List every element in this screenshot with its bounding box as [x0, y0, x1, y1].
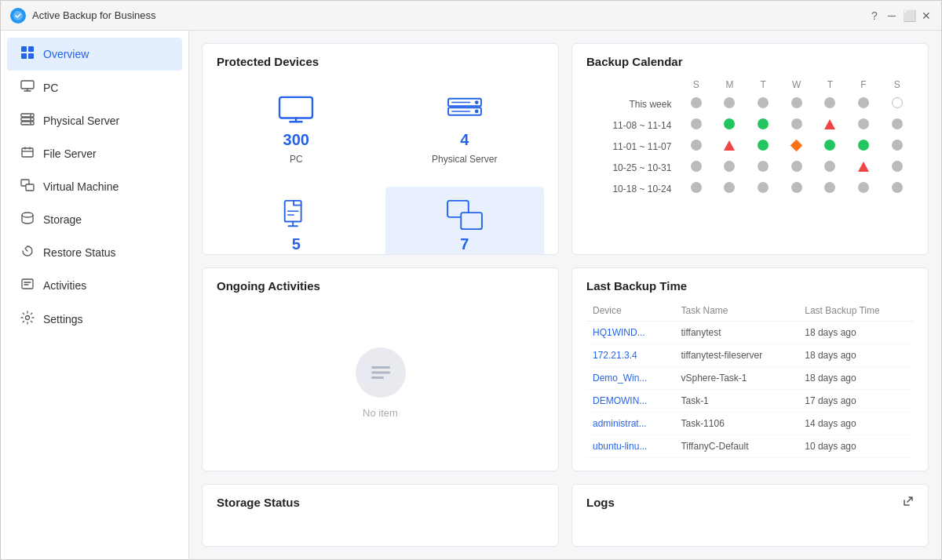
- calendar-table: S M T W T F S This week: [586, 76, 914, 199]
- cal-day-s1: S: [679, 76, 713, 93]
- task-cell: tiffanytest: [674, 322, 798, 344]
- calendar-row-1108: 11-08 ~ 11-14: [586, 115, 914, 136]
- no-item-icon: [356, 347, 406, 398]
- physical-server-count: 4: [460, 131, 469, 149]
- table-row: Demo_Win... vSphere-Task-1 18 days ago: [586, 367, 914, 390]
- svg-point-22: [475, 110, 479, 114]
- cal-dot: [791, 182, 802, 193]
- sidebar-item-restore-status[interactable]: Restore Status: [7, 237, 182, 268]
- sidebar: Overview PC: [1, 31, 189, 559]
- sidebar-item-settings[interactable]: Settings: [7, 303, 182, 336]
- logs-expand-button[interactable]: [903, 496, 914, 509]
- svg-rect-29: [461, 213, 482, 229]
- cal-dot: [824, 97, 835, 108]
- task-cell: Task-1: [674, 390, 798, 413]
- cal-dot: [758, 161, 769, 172]
- device-card-pc[interactable]: 300 PC: [217, 82, 376, 177]
- cal-dot-warning: [824, 119, 835, 129]
- device-card-physical-server[interactable]: 4 Physical Server: [385, 82, 545, 177]
- svg-rect-30: [371, 366, 390, 369]
- cal-dot: [892, 182, 903, 193]
- ongoing-activities-title: Ongoing Activities: [203, 268, 558, 300]
- svg-rect-16: [22, 279, 33, 289]
- expand-icon: [903, 496, 914, 507]
- svg-rect-14: [26, 184, 34, 191]
- svg-rect-32: [371, 376, 384, 379]
- svg-rect-18: [279, 97, 312, 118]
- sidebar-item-label: PC: [43, 82, 58, 94]
- backup-calendar-title: Backup Calendar: [572, 44, 928, 76]
- device-card-virtual-machine[interactable]: 7 Virtual Machine: [385, 187, 545, 255]
- cal-dot-cell: [880, 157, 914, 178]
- cal-dot-diamond: [790, 139, 803, 151]
- table-row: DEMOWIN... Task-1 17 days ago: [586, 390, 914, 413]
- device-card-file-server[interactable]: 5 File Server: [217, 187, 376, 255]
- cal-dot-warning: [724, 140, 735, 151]
- close-button[interactable]: ✕: [921, 10, 932, 21]
- sidebar-item-physical-server[interactable]: Physical Server: [7, 105, 182, 136]
- help-button[interactable]: ?: [869, 10, 880, 21]
- sidebar-item-label: Storage: [43, 213, 82, 226]
- file-server-device-icon: [276, 199, 316, 231]
- cal-week-label: 11-08 ~ 11-14: [586, 115, 679, 136]
- svg-rect-31: [371, 372, 390, 374]
- logs-header: Logs: [572, 485, 928, 517]
- calendar-row-1018: 10-18 ~ 10-24: [586, 178, 914, 199]
- cal-dot: [724, 182, 735, 193]
- sidebar-item-overview[interactable]: Overview: [7, 38, 182, 71]
- device-cell[interactable]: Demo_Win...: [586, 367, 674, 390]
- last-backup-title: Last Backup Time: [572, 268, 928, 300]
- svg-point-9: [30, 115, 31, 116]
- content-area: Protected Devices 300 PC: [189, 31, 941, 559]
- cal-dot-cell: [813, 178, 847, 199]
- svg-rect-6: [21, 114, 34, 117]
- file-server-icon: [20, 146, 35, 162]
- pc-device-icon: [276, 95, 316, 126]
- sidebar-item-label: Settings: [43, 313, 83, 325]
- cal-week-label: 10-25 ~ 10-31: [586, 157, 679, 178]
- sidebar-item-pc[interactable]: PC: [7, 72, 182, 104]
- cal-dot: [858, 97, 869, 108]
- cal-dot-cell: [813, 136, 847, 157]
- cal-dot: [824, 182, 835, 193]
- backup-table: Device Task Name Last Backup Time HQ1WIN…: [586, 300, 914, 458]
- cal-dot-green: [724, 118, 735, 129]
- device-cell[interactable]: administrat...: [586, 413, 674, 435]
- cal-dot-cell: [880, 115, 914, 136]
- cal-dot-cell: [780, 136, 813, 157]
- svg-rect-1: [21, 46, 27, 52]
- sidebar-item-file-server[interactable]: File Server: [7, 138, 182, 169]
- cal-dot-cell: [747, 93, 780, 115]
- file-server-count: 5: [292, 235, 301, 253]
- table-row: administrat... Task-1106 14 days ago: [586, 413, 914, 435]
- cal-dot: [691, 140, 702, 151]
- cal-dot-cell: [847, 136, 881, 157]
- svg-point-15: [22, 213, 33, 217]
- task-cell: vSphere-Task-1: [674, 367, 798, 390]
- cal-week-label: 10-18 ~ 10-24: [586, 178, 679, 199]
- sidebar-item-activities[interactable]: Activities: [7, 270, 182, 301]
- cal-dot-cell: [679, 93, 713, 115]
- maximize-button[interactable]: ⬜: [904, 10, 915, 21]
- list-icon: [368, 360, 393, 385]
- device-cell[interactable]: ubuntu-linu...: [586, 435, 674, 458]
- vm-device-icon: [445, 199, 484, 231]
- sidebar-item-label: Restore Status: [43, 246, 116, 259]
- window-controls: ? ─ ⬜ ✕: [869, 10, 932, 21]
- device-cell[interactable]: HQ1WIND...: [586, 322, 674, 344]
- device-cell[interactable]: DEMOWIN...: [586, 390, 674, 413]
- device-cell[interactable]: 172.21.3.4: [586, 344, 674, 367]
- cal-dot: [824, 161, 835, 172]
- sidebar-item-virtual-machine[interactable]: Virtual Machine: [7, 171, 182, 202]
- cal-dot: [758, 182, 769, 193]
- minimize-button[interactable]: ─: [886, 10, 897, 21]
- cal-dot-cell: [679, 178, 713, 199]
- cal-dot-cell: [847, 115, 881, 136]
- sidebar-item-label: Virtual Machine: [43, 180, 119, 193]
- cal-day-w: W: [780, 76, 813, 93]
- time-cell: 18 days ago: [798, 367, 914, 390]
- cal-dot-cell: [713, 136, 747, 157]
- cal-dot-green: [758, 140, 769, 151]
- last-backup-panel: Last Backup Time Device Task Name Last B…: [571, 267, 929, 471]
- sidebar-item-storage[interactable]: Storage: [7, 204, 182, 235]
